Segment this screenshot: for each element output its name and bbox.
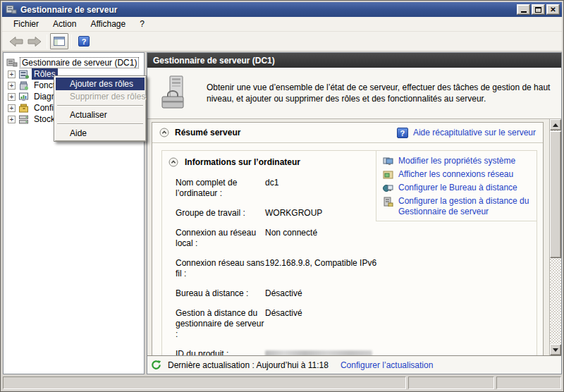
- menu-affichage[interactable]: Affichage: [83, 17, 133, 31]
- redacted-product-id: [265, 350, 372, 355]
- link-row: Afficher les connexions réseau: [376, 168, 537, 181]
- status-cell: [496, 376, 561, 389]
- status-cell: [3, 376, 406, 389]
- link-row: Configurer le Bureau à distance: [376, 181, 537, 195]
- forward-button[interactable]: [25, 34, 44, 49]
- server-summary-section: Résumé serveur ? Aide récapitulative sur…: [152, 122, 544, 355]
- expand-plus-icon[interactable]: +: [8, 71, 16, 78]
- link-remote-management[interactable]: Configurer la gestion à distance du Gest…: [398, 196, 532, 217]
- toolbar-separator: [47, 35, 47, 49]
- field-full-computer-name: Nom complet de l’ordinateur : dc1: [176, 178, 388, 199]
- server-description-banner: Obtenir une vue d’ensemble de l’état de …: [147, 68, 561, 119]
- maximize-icon: [535, 7, 541, 13]
- close-icon: ✕: [550, 6, 556, 13]
- field-workgroup: Groupe de travail : WORKGROUP: [176, 208, 388, 219]
- close-button[interactable]: ✕: [546, 4, 560, 15]
- refresh-status-bar: Dernière actualisation : Aujourd’hui à 1…: [147, 355, 561, 374]
- main-panel-header: Gestionnaire de serveur (DC1): [147, 53, 561, 68]
- help-icon: ?: [397, 128, 408, 138]
- menu-fichier[interactable]: Fichier: [6, 17, 46, 31]
- help-button[interactable]: ?: [75, 34, 93, 49]
- server-remote-management-icon: [383, 197, 393, 207]
- menu-separator: [57, 123, 143, 125]
- console-tree-icon: [54, 37, 65, 46]
- toolbar-separator: [71, 35, 72, 49]
- maximize-button[interactable]: [532, 4, 545, 15]
- forward-icon: [27, 36, 42, 47]
- back-button[interactable]: [7, 34, 25, 49]
- computer-info-section: Informations sur l’ordinateur Nom comple…: [161, 150, 537, 355]
- minimize-icon: [521, 11, 527, 13]
- link-row: Modifier les propriétés système: [376, 154, 537, 168]
- expand-plus-icon[interactable]: +: [8, 93, 16, 101]
- menu-bar: Fichier Action Affichage ?: [2, 17, 562, 32]
- remote-desktop-icon: [383, 183, 393, 193]
- server-manager-icon: [6, 58, 18, 68]
- expand-plus-icon[interactable]: +: [8, 116, 16, 123]
- expand-plus-icon[interactable]: +: [8, 82, 16, 90]
- menu-item-supprimer-des-roles: Supprimer des rôles: [56, 90, 145, 103]
- link-row: Configurer la gestion à distance du Gest…: [376, 195, 537, 219]
- help-icon: ?: [78, 36, 90, 47]
- show-console-tree-button[interactable]: [50, 33, 68, 49]
- toolbar: ?: [2, 32, 562, 51]
- server-summary-header: Résumé serveur ? Aide récapitulative sur…: [152, 123, 543, 143]
- collapse-chevron-icon[interactable]: [159, 128, 169, 137]
- network-connections-icon: [383, 170, 393, 180]
- system-properties-icon: [383, 157, 393, 166]
- diagnostics-icon: [18, 92, 30, 102]
- scrollbar-thumb[interactable]: [550, 131, 561, 258]
- field-wireless-network: Connexion réseau sans fil : 192.168.9.8,…: [176, 258, 388, 279]
- status-bar: [3, 376, 561, 389]
- configure-refresh-link[interactable]: Configurer l’actualisation: [341, 360, 433, 370]
- menu-item-ajouter-des-roles[interactable]: Ajouter des rôles: [56, 78, 145, 90]
- arrow-up-icon: [553, 121, 558, 127]
- back-icon: [8, 36, 24, 47]
- status-cell: [408, 376, 494, 389]
- computer-info-title: Informations sur l’ordinateur: [185, 157, 300, 167]
- storage-icon: [18, 115, 30, 124]
- menu-action[interactable]: Action: [46, 17, 83, 31]
- main-content-area: Résumé serveur ? Aide récapitulative sur…: [147, 119, 561, 355]
- tree-root-server-manager[interactable]: Gestionnaire de serveur (DC1): [4, 56, 144, 68]
- window-title: Gestionnaire de serveur: [20, 5, 117, 15]
- scroll-up-button[interactable]: [550, 119, 561, 130]
- vertical-scrollbar[interactable]: [549, 119, 561, 355]
- arrow-down-icon: [553, 348, 558, 355]
- minimize-button[interactable]: [517, 4, 530, 15]
- server-summary-title: Résumé serveur: [175, 128, 240, 137]
- title-bar: Gestionnaire de serveur ✕: [2, 2, 562, 17]
- roles-icon: [18, 70, 30, 79]
- server-toolbox-icon: [159, 75, 192, 111]
- expand-plus-icon[interactable]: +: [8, 104, 16, 112]
- tree-root-label: Gestionnaire de serveur (DC1): [20, 58, 138, 68]
- refresh-icon: [151, 360, 161, 370]
- configuration-icon: [18, 104, 30, 113]
- features-icon: [18, 81, 30, 90]
- menu-help[interactable]: ?: [133, 17, 152, 31]
- main-panel: Gestionnaire de serveur (DC1) Obtenir un…: [147, 52, 562, 374]
- link-remote-desktop[interactable]: Configurer le Bureau à distance: [398, 183, 517, 193]
- last-refresh-text: Dernière actualisation : Aujourd’hui à 1…: [168, 360, 329, 370]
- field-remote-management: Gestion à distance du gestionnaire de se…: [176, 308, 388, 340]
- field-product-id: ID du produit :: [176, 349, 388, 355]
- field-remote-desktop: Bureau à distance : Désactivé: [176, 288, 388, 299]
- link-network-connections[interactable]: Afficher les connexions réseau: [398, 169, 513, 180]
- computer-info-links: Modifier les propriétés système Afficher…: [376, 151, 537, 221]
- server-description-text: Obtenir une vue d’ensemble de l’état de …: [207, 82, 551, 104]
- context-menu: Ajouter des rôles Supprimer des rôles Ac…: [54, 75, 147, 142]
- server-manager-window: Gestionnaire de serveur ✕ Fichier Action…: [0, 0, 564, 392]
- field-local-network: Connexion au réseau local : Non connecté: [176, 228, 388, 249]
- summary-help-link[interactable]: Aide récapitulative sur le serveur: [413, 128, 536, 137]
- menu-item-aide[interactable]: Aide: [56, 127, 145, 140]
- scroll-down-button[interactable]: [550, 344, 561, 355]
- app-icon: [6, 4, 17, 15]
- menu-separator: [57, 105, 143, 106]
- link-system-properties[interactable]: Modifier les propriétés système: [398, 156, 515, 166]
- collapse-chevron-icon[interactable]: [168, 157, 178, 167]
- menu-item-actualiser[interactable]: Actualiser: [56, 109, 145, 121]
